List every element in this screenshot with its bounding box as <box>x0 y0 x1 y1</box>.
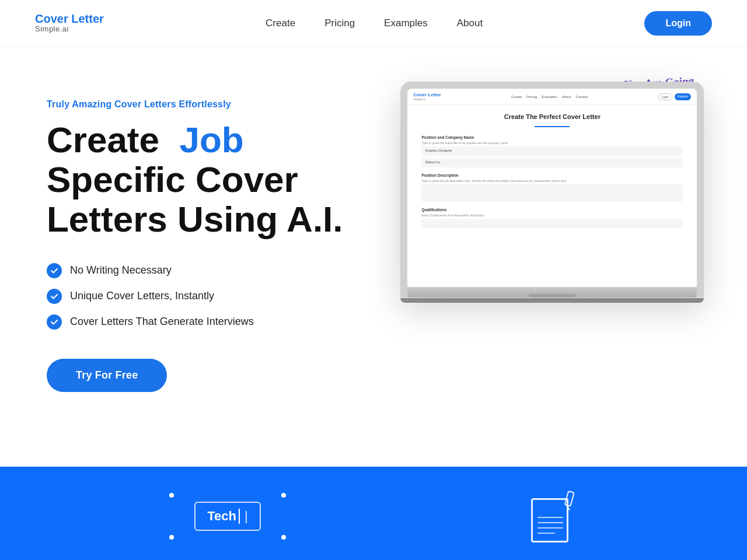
screen-field-box-1a: Graphic Designer <box>421 146 683 156</box>
notepad-icon-item <box>531 490 578 542</box>
feature-text-2: Unique Cover Letters, Instantly <box>70 290 214 302</box>
screen-field-1: Position and Company Name Type or paste … <box>421 135 683 167</box>
screen-inner: Cover Letter Simple.ai Create Pricing Ex… <box>407 89 697 242</box>
screen-nav-links: Create Pricing Examples About Contact <box>511 95 588 99</box>
laptop-screen: Cover Letter Simple.ai Create Pricing Ex… <box>407 89 697 287</box>
login-button[interactable]: Login <box>644 11 712 36</box>
screen-field-3: Qualifications Enter Qualifications from… <box>421 208 683 228</box>
screen-logo: Cover Letter Simple.ai <box>413 92 441 101</box>
check-icon-2 <box>47 289 62 304</box>
tech-box: Tech | <box>194 502 260 531</box>
feature-text-1: No Writing Necessary <box>70 264 172 276</box>
nav-item-examples[interactable]: Examples <box>384 18 428 29</box>
hero-right: You Are Going To Be Amazed Cover Letter <box>393 82 712 303</box>
notepad-body <box>531 498 568 542</box>
blue-section: Tech | <box>0 467 747 560</box>
notepad-line-1 <box>537 517 563 518</box>
screen-buttons: Login Register <box>658 93 692 100</box>
tech-icon-item: Tech | <box>169 493 286 540</box>
feature-item-3: Cover Letters That Generate Interviews <box>47 314 393 330</box>
hero-section: Truly Amazing Cover Letters Effortlessly… <box>0 47 747 467</box>
nav-links: Create Pricing Examples About <box>266 18 483 29</box>
hero-headline: Create Job Specific CoverLetters Using A… <box>47 120 393 240</box>
check-icon-3 <box>47 314 62 330</box>
notepad-line-3 <box>537 527 563 528</box>
notepad-line-4 <box>537 533 555 534</box>
laptop-base <box>407 287 697 298</box>
screen-title: Create The Perfect Cover Letter <box>421 113 683 120</box>
navbar: Cover Letter Simple.ai Create Pricing Ex… <box>0 0 747 47</box>
nav-item-create[interactable]: Create <box>266 18 295 29</box>
screen-field-box-3 <box>421 219 683 228</box>
nav-item-about[interactable]: About <box>457 18 483 29</box>
nav-item-pricing[interactable]: Pricing <box>324 18 355 29</box>
headline-rest: Specific CoverLetters Using A.I. <box>47 159 343 239</box>
corner-bl <box>169 535 174 540</box>
logo-bottom: Simple.ai <box>35 25 104 33</box>
feature-item-2: Unique Cover Letters, Instantly <box>47 289 393 304</box>
tech-label: Tech <box>207 509 240 524</box>
corner-br <box>281 535 286 540</box>
tech-box-wrapper: Tech | <box>169 493 286 540</box>
corner-tl <box>169 493 174 498</box>
screen-underline <box>535 126 570 127</box>
screen-field-box-2 <box>421 184 683 202</box>
notepad-icon <box>531 490 578 542</box>
features-list: No Writing Necessary Unique Cover Letter… <box>47 263 393 330</box>
corner-tr <box>281 493 286 498</box>
logo-top: Cover Letter <box>35 12 104 25</box>
headline-highlight: Job <box>179 120 243 160</box>
screen-field-box-1b: Robot Co <box>421 158 683 167</box>
hero-left: Truly Amazing Cover Letters Effortlessly… <box>47 82 393 392</box>
laptop-outer: Cover Letter Simple.ai Create Pricing Ex… <box>400 82 704 298</box>
screen-content: Create The Perfect Cover Letter Position… <box>407 105 697 242</box>
feature-item-1: No Writing Necessary <box>47 263 393 278</box>
notepad-lines <box>537 517 563 534</box>
screen-field-2: Position Description Type or paste the j… <box>421 173 683 202</box>
notepad-line-2 <box>537 522 563 523</box>
feature-text-3: Cover Letters That Generate Interviews <box>70 316 254 328</box>
screen-nav: Cover Letter Simple.ai Create Pricing Ex… <box>407 89 697 105</box>
cursor-indicator: | <box>245 509 248 524</box>
try-for-free-button[interactable]: Try For Free <box>47 359 167 392</box>
hero-tagline: Truly Amazing Cover Letters Effortlessly <box>47 99 393 110</box>
laptop-bottom-bar <box>400 298 704 303</box>
headline-create: Create <box>47 120 179 160</box>
laptop-mockup: Cover Letter Simple.ai Create Pricing Ex… <box>400 82 704 303</box>
check-icon-1 <box>47 263 62 278</box>
logo[interactable]: Cover Letter Simple.ai <box>35 12 104 33</box>
